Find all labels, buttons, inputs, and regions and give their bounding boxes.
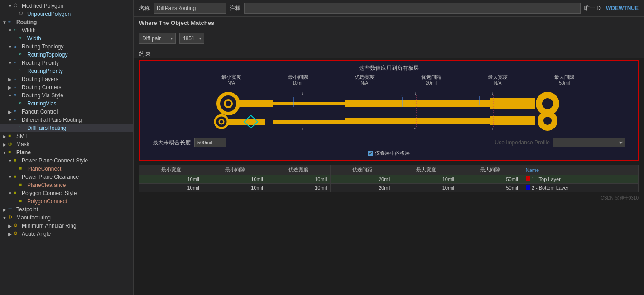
condition-dropdown[interactable]: Diff pair Net Net Class Layer All [139,33,176,44]
diagram-bottom: 最大未耦合长度 Use Impedance Profile [144,136,634,148]
sidebar-item-label: Differential Pairs Routing [22,117,82,123]
width-sub-icon: ≈ [19,35,25,42]
comment-input[interactable] [244,3,581,14]
sidebar-item-label: Routing Layers [22,76,58,82]
th-max-gap: 最大间隙 [458,165,522,175]
svg-rect-3 [238,100,265,107]
header-row: 名称 注释 唯一ID WDEWTNUE [134,0,644,17]
smt-icon: ■ [8,133,14,139]
sidebar-item-label: Width [22,27,36,33]
arrow-icon [13,11,18,17]
col-pref-gap-label: 优选间隔 [421,74,441,81]
svg-text:↓: ↓ [414,91,416,95]
watermark: CSDN @绅士0310 [601,195,639,200]
impedance-label: Use Impedance Profile [495,139,550,146]
topo-icon: ≈ [14,43,20,50]
sidebar-item-polygon-connect-style[interactable]: ▼ ■ Polygon Connect Style [0,189,133,197]
poly-connect-icon: ■ [19,198,25,205]
svg-rect-6 [345,100,490,107]
sidebar-item-label: Power Plane Clearance [22,174,79,180]
uncoupled-value-input[interactable] [194,138,226,147]
col-pref-width-label: 优选宽度 [355,74,375,81]
arrow-spacer [13,199,18,204]
fanout-icon: ≈ [14,109,20,115]
sidebar-item-routing-topology[interactable]: ▼ ≈ Routing Topology [0,43,133,51]
sidebar-item-label: RoutingVias [27,100,57,107]
sidebar-item-modified-polygon[interactable]: ▼ ⬡ Modified Polygon [0,2,133,10]
arrow-icon: ▶ [2,142,7,147]
sidebar-item-mask[interactable]: ▶ ◎ Mask [0,140,133,148]
sidebar-item-label: Plane [16,149,31,156]
layers-only-area: 仅叠层中的板层 [144,148,634,157]
col-max-gap: 最大间隙 50mil [554,74,574,86]
value-dropdown[interactable]: 4851 [179,33,204,44]
sidebar-item-routing-topology-sub[interactable]: ≈ RoutingTopology [0,51,133,59]
cell-max-gap: 50mil [458,175,522,184]
sidebar-item-power-plane-connect[interactable]: ▼ ■ Power Plane Connect Style [0,157,133,165]
sidebar-item-label: PolygonConnect [27,198,67,205]
layer-table: 最小宽度 最小间隙 优选宽度 优选间距 最大宽度 最大间隙 Name 10mil… [139,165,639,192]
sidebar-item-diff-pairs-routing[interactable]: ▼ ≈ Differential Pairs Routing [0,116,133,124]
col-max-width: 最大宽度 N/A [488,74,508,86]
col-min-width-label: 最小宽度 [221,74,241,81]
name-input[interactable] [154,3,226,14]
th-min-width: 最小宽度 [139,165,203,175]
th-pref-gap: 优选间距 [331,165,394,175]
mask-icon: ◎ [8,141,14,148]
sidebar-item-manufacturing[interactable]: ▼ ⚙ Manufacturing [0,214,133,222]
sidebar-item-diff-pairs-routing-sub[interactable]: ≈ DiffPairsRouting [0,124,133,132]
sidebar-item-label: SMT [16,133,28,139]
sidebar-item-label: DiffPairsRouting [27,125,66,131]
sidebar-item-min-annular-ring[interactable]: ▶ ⚙ Minimum Annular Ring [0,222,133,230]
arrow-icon: ▶ [7,76,13,82]
polygon-icon: ⬡ [14,3,20,9]
sidebar-item-label: Minimum Annular Ring [22,223,77,229]
cell-pref-gap: 20mil [331,184,394,192]
sidebar-item-polygon-connect[interactable]: ■ PolygonConnect [0,197,133,205]
sidebar-item-width-sub[interactable]: ≈ Width [0,34,133,43]
sidebar-item-label: Polygon Connect Style [22,190,77,196]
sidebar-item-plane[interactable]: ▼ ■ Plane [0,148,133,157]
sidebar-item-testpoint[interactable]: ▶ ✛ Testpoint [0,205,133,214]
layers-only-checkbox[interactable] [368,151,373,156]
sidebar-item-label: Power Plane Connect Style [22,157,88,164]
sidebar-item-routing-corners[interactable]: ▶ ≈ Routing Corners [0,83,133,91]
cell-pref-width: 10mil [267,175,331,184]
impedance-area: Use Impedance Profile [495,138,625,147]
sidebar-item-label: Mask [16,141,29,148]
sidebar-item-width[interactable]: ▼ ≈ Width [0,26,133,34]
arrow-icon: ▼ [2,150,7,155]
sidebar-item-acute-angle[interactable]: ▶ ⚙ Acute Angle [0,230,133,238]
sidebar-item-routing-vias[interactable]: ≈ RoutingVias [0,100,133,108]
svg-text:↑: ↑ [301,127,303,131]
sidebar-item-label: PlaneClearance [27,182,66,188]
sidebar-item-routing-priority-sub[interactable]: ≈ RoutingPriority [0,67,133,75]
sidebar-item-plane-connect[interactable]: ■ PlaneConnect [0,165,133,173]
sidebar-item-routing-layers[interactable]: ▶ ≈ Routing Layers [0,75,133,83]
sidebar-item-smt[interactable]: ▶ ■ SMT [0,132,133,140]
sidebar-item-label: Routing Topology [22,43,64,50]
sidebar-item-routing-priority[interactable]: ▼ ≈ Routing Priority [0,59,133,67]
table-row[interactable]: 10mil 10mil 10mil 20mil 10mil 50mil 1 - … [139,175,639,184]
sidebar-item-routing[interactable]: ▼ ≈ Routing [0,18,133,26]
impedance-dropdown[interactable] [553,138,625,147]
sidebar-item-label: Manufacturing [16,214,51,221]
col-pref-width: 优选宽度 N/A [355,74,375,86]
sidebar-item-unoured-polygon[interactable]: ⬡ UnpouredPolygon [0,10,133,18]
col-min-width: 最小宽度 N/A [221,74,241,86]
svg-text:^: ^ [414,127,416,131]
sidebar-item-power-plane-clearance[interactable]: ▼ ■ Power Plane Clearance [0,173,133,181]
arrow-spacer [13,68,18,74]
priority-sub-icon: ≈ [19,68,25,74]
sidebar-item-routing-via-style[interactable]: ▼ ≈ Routing Via Style [0,91,133,100]
sidebar-item-plane-clearance[interactable]: ■ PlaneClearance [0,181,133,189]
svg-text:↓: ↓ [491,91,493,95]
arrow-spacer [13,52,18,57]
sidebar-item-fanout-control[interactable]: ▶ ≈ Fanout Control [0,108,133,116]
col-max-width-label: 最大宽度 [488,74,508,81]
mfg-icon: ⚙ [8,214,14,221]
svg-rect-14 [345,118,490,124]
priority-icon: ≈ [14,60,20,66]
diagram-svg-wrapper: ↓ ↑ ↓ ^ ↓ ↑ ↓ ↓ ↓ [144,86,634,136]
table-row[interactable]: 10mil 10mil 10mil 20mil 10mil 50mil 2 - … [139,184,639,192]
